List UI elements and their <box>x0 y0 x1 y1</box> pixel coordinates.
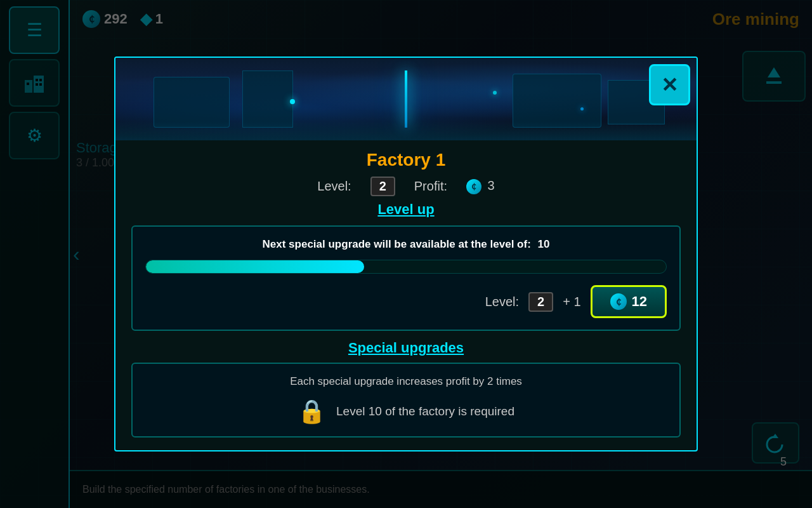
level-profit-row: Level: 2 Profit: ₵ 3 <box>131 177 681 196</box>
special-upgrades-box: Each special upgrade increases profit by… <box>131 363 681 438</box>
hero-machine-1 <box>154 77 230 128</box>
lock-row: 🔒 Level 10 of the factory is required <box>145 398 667 425</box>
profit-value: 3 <box>488 178 495 192</box>
modal-title: Factory 1 <box>131 150 681 170</box>
profit-label: Profit: <box>414 179 447 194</box>
level-plus-text: + 1 <box>563 295 580 309</box>
upgrade-cost-value: 12 <box>632 293 647 310</box>
progress-bar-container <box>145 260 667 274</box>
current-level-label: Level: <box>485 295 519 309</box>
profit-display: ₵ 3 <box>466 178 495 194</box>
special-upgrades-title[interactable]: Special upgrades <box>131 340 681 356</box>
progress-bar-fill <box>146 260 364 273</box>
upgrade-info-prefix: Next special upgrade will be available a… <box>263 238 531 250</box>
hero-machine-2 <box>242 70 293 128</box>
lock-icon: 🔒 <box>298 398 326 425</box>
close-button[interactable]: ✕ <box>649 64 690 105</box>
hero-glow <box>405 70 407 128</box>
level-btn-row: Level: 2 + 1 ₵ 12 <box>145 285 667 318</box>
level-up-box: Next special upgrade will be available a… <box>131 225 681 331</box>
upgrade-level-target: 10 <box>538 238 550 250</box>
hero-machine-3 <box>513 74 601 128</box>
special-desc: Each special upgrade increases profit by… <box>145 375 667 388</box>
profit-coin-icon: ₵ <box>466 179 481 194</box>
modal-hero-image <box>115 58 697 140</box>
lock-text: Level 10 of the factory is required <box>336 404 514 418</box>
hero-floor <box>115 121 697 140</box>
modal-body: Factory 1 Level: 2 Profit: ₵ 3 Level up … <box>115 140 697 450</box>
upgrade-info-text: Next special upgrade will be available a… <box>145 238 667 251</box>
factory-modal: ✕ Factory 1 Level: 2 Profit: ₵ 3 Level u… <box>114 57 698 451</box>
level-badge: 2 <box>370 177 395 196</box>
glow-dot-1 <box>290 99 295 104</box>
level-label: Level: <box>317 179 351 194</box>
upgrade-coin-icon: ₵ <box>610 293 627 310</box>
glow-dot-2 <box>493 91 497 95</box>
level-up-link[interactable]: Level up <box>131 201 681 218</box>
close-icon: ✕ <box>661 73 678 97</box>
glow-dot-3 <box>580 107 584 110</box>
upgrade-cost-button[interactable]: ₵ 12 <box>591 285 667 318</box>
current-level-value: 2 <box>528 292 553 312</box>
